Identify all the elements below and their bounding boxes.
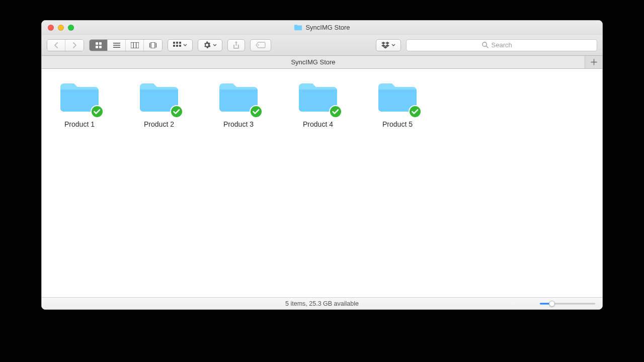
folder-icon-wrap [58, 80, 101, 115]
svg-rect-4 [113, 43, 120, 44]
chevron-down-icon [213, 44, 217, 46]
folder-icon-wrap [138, 80, 180, 115]
folder-item[interactable]: Product 5 [375, 80, 420, 128]
status-text: 5 items, 25.3 GB available [285, 300, 359, 307]
synced-badge-icon [91, 105, 104, 118]
svg-rect-3 [99, 46, 102, 48]
forward-button[interactable] [65, 40, 84, 51]
grid-icon [95, 42, 102, 49]
folder-icon [294, 24, 302, 31]
action-dropdown[interactable] [198, 39, 222, 51]
chevron-right-icon [72, 42, 77, 48]
svg-rect-7 [131, 42, 139, 48]
statusbar: 5 items, 25.3 GB available [42, 297, 602, 309]
svg-rect-18 [179, 45, 181, 47]
nav-buttons [47, 39, 84, 51]
search-field[interactable] [406, 39, 597, 51]
minimize-button[interactable] [58, 25, 64, 31]
dropbox-icon [381, 42, 389, 49]
traffic-lights [42, 25, 74, 31]
window-title-text: SyncIMG Store [305, 24, 350, 31]
new-tab-button[interactable] [585, 56, 602, 68]
folder-item[interactable]: Product 2 [136, 80, 182, 128]
tab-syncimg-store[interactable]: SyncIMG Store [42, 56, 585, 68]
plus-icon [591, 59, 597, 65]
arrange-dropdown[interactable] [168, 39, 193, 51]
list-icon [113, 42, 120, 48]
folder-icon-wrap [217, 80, 260, 115]
share-button[interactable] [227, 39, 245, 51]
maximize-button[interactable] [68, 25, 74, 31]
close-button[interactable] [48, 25, 54, 31]
folder-label: Product 2 [144, 120, 174, 128]
toolbar [42, 35, 602, 56]
svg-rect-15 [179, 42, 181, 44]
chevron-left-icon [54, 42, 58, 48]
slider-thumb[interactable] [549, 301, 555, 307]
folder-label: Product 5 [382, 120, 413, 128]
svg-rect-6 [113, 47, 120, 48]
list-view-button[interactable] [108, 40, 126, 51]
titlebar: SyncIMG Store [42, 21, 602, 35]
gallery-icon [149, 42, 157, 48]
folder-label: Product 1 [64, 120, 95, 128]
chevron-down-icon [391, 44, 395, 46]
folder-item[interactable]: Product 1 [57, 80, 102, 128]
folder-icon-wrap [297, 80, 339, 115]
svg-rect-16 [173, 45, 175, 47]
tabbar: SyncIMG Store [42, 56, 602, 69]
folder-icon-wrap [376, 80, 419, 115]
folder-item[interactable]: Product 3 [216, 80, 261, 128]
svg-rect-14 [176, 42, 178, 44]
svg-line-21 [486, 46, 488, 48]
synced-badge-icon [250, 105, 263, 118]
svg-rect-5 [113, 45, 120, 46]
back-button[interactable] [47, 40, 65, 51]
finder-window: SyncIMG Store [41, 20, 603, 310]
svg-point-19 [258, 44, 259, 46]
gallery-view-button[interactable] [144, 40, 162, 51]
svg-rect-17 [176, 45, 178, 47]
folder-content[interactable]: Product 1 Product 2 Product 3 Product 4 [42, 69, 602, 297]
share-icon [233, 41, 239, 49]
folder-label: Product 3 [223, 120, 254, 128]
synced-badge-icon [409, 105, 422, 118]
column-view-button[interactable] [126, 40, 144, 51]
search-icon [482, 42, 489, 48]
dropbox-dropdown[interactable] [376, 39, 401, 51]
synced-badge-icon [170, 105, 183, 118]
tags-button[interactable] [250, 39, 271, 51]
icon-view-button[interactable] [90, 40, 108, 51]
folder-label: Product 4 [303, 120, 333, 128]
search-input[interactable] [492, 41, 522, 49]
tab-label: SyncIMG Store [291, 58, 335, 66]
synced-badge-icon [329, 105, 342, 118]
icon-size-slider[interactable] [540, 300, 595, 307]
gear-icon [203, 41, 211, 49]
arrange-icon [173, 42, 181, 49]
window-title: SyncIMG Store [42, 24, 602, 31]
folder-item[interactable]: Product 4 [295, 80, 341, 128]
svg-rect-2 [96, 46, 98, 48]
tag-icon [256, 42, 266, 48]
svg-rect-13 [173, 42, 175, 44]
svg-rect-10 [151, 42, 155, 48]
chevron-down-icon [183, 44, 187, 46]
svg-rect-0 [96, 42, 98, 45]
svg-rect-1 [99, 42, 102, 45]
columns-icon [131, 42, 139, 48]
view-mode-buttons [89, 39, 163, 51]
